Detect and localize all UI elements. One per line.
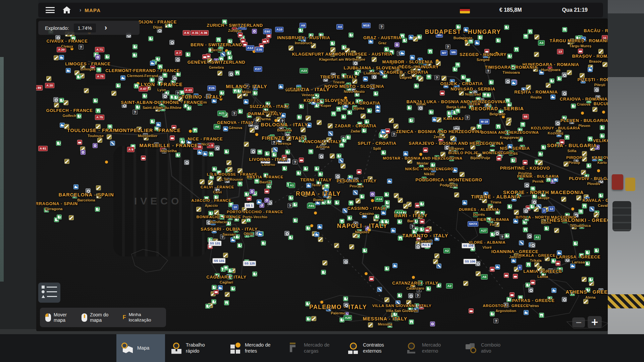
city-label[interactable]: BASTIA - FRANCEBastia [247, 174, 283, 184]
map-marker-red[interactable] [214, 289, 219, 294]
map-marker-garage[interactable] [523, 227, 528, 232]
map-marker-garage[interactable] [331, 111, 336, 116]
map-marker-fuel[interactable] [341, 114, 346, 119]
map-marker-fuel[interactable] [557, 76, 562, 81]
map-marker-fuel[interactable] [452, 67, 458, 72]
map-marker-fuel[interactable] [116, 83, 121, 88]
city-label[interactable]: PALERMO - ITALYPalermo [309, 304, 367, 315]
city-label[interactable]: TÂRGU MUREȘ - ROMANIATârgu Mureș [549, 38, 608, 48]
map-marker-red[interactable] [77, 140, 82, 145]
map-marker-service[interactable] [436, 117, 441, 122]
map-marker-fuel[interactable] [419, 227, 424, 232]
map-marker-garage[interactable] [578, 209, 583, 214]
map-marker-fuel[interactable] [285, 149, 290, 155]
map-marker-rest[interactable] [588, 67, 593, 72]
city-label[interactable]: GOLFECH - FRANCEGolfech [46, 107, 93, 118]
map-marker-fuel[interactable] [347, 110, 352, 115]
map-marker-rest[interactable] [244, 99, 249, 104]
map-marker-garage[interactable] [520, 122, 525, 127]
map-marker-bluetool[interactable] [342, 208, 347, 213]
map-marker-garage[interactable] [514, 47, 519, 52]
map-marker-photo[interactable] [228, 71, 233, 76]
world-map[interactable]: IVECO {"":""} [36, 18, 608, 331]
map-marker-garage[interactable] [565, 135, 570, 140]
map-marker-service[interactable] [594, 213, 599, 218]
map-marker-quest[interactable] [493, 318, 498, 323]
map-marker-fuel[interactable] [429, 110, 434, 115]
city-label[interactable]: MARSEILLE - FRANCEMarselha [139, 142, 198, 153]
city-label[interactable]: MONTPELLIER - FRANCEMontpellier [114, 127, 180, 138]
map-marker-rest[interactable] [551, 288, 556, 293]
map-marker-rest[interactable] [150, 61, 155, 66]
map-marker-rest[interactable] [73, 184, 78, 189]
map-marker-service[interactable] [244, 142, 249, 147]
city-label[interactable]: Bihać [416, 102, 426, 106]
map-marker-garage[interactable] [455, 108, 460, 113]
city-label[interactable]: PLOVDIV - BULGARIAPlovdiv [569, 175, 608, 186]
map-marker-garage[interactable] [505, 98, 510, 103]
map-marker-fuel[interactable] [541, 145, 546, 150]
city-label[interactable]: PITEȘTI - ROMANIAPitești [578, 76, 608, 87]
map-marker-photo[interactable] [251, 149, 256, 154]
map-marker-service[interactable] [361, 114, 366, 119]
map-marker-fuel[interactable] [504, 233, 509, 238]
map-marker-rest[interactable] [363, 76, 368, 81]
map-marker-service[interactable] [318, 237, 323, 242]
map-marker-dot[interactable] [105, 161, 108, 164]
city-label[interactable]: MESSINA - ITALYMessina [363, 316, 408, 326]
city-label[interactable]: SZEGED - HUNGARYSzeged [460, 51, 506, 62]
map-marker-fuel[interactable] [56, 141, 61, 146]
map-marker-fuel[interactable] [282, 166, 287, 171]
city-label[interactable]: FIRENZE - ITALYFlorença [262, 135, 305, 145]
map-marker-fuel[interactable] [381, 150, 386, 155]
city-label[interactable]: NIKŠIĆ - MONTENEGRONikšić [405, 166, 453, 176]
map-marker-red[interactable] [523, 160, 528, 165]
city-label[interactable]: ZAGREB - CROATIAZagreb [383, 69, 428, 79]
map-marker-service[interactable] [54, 103, 59, 108]
map-marker-fuel[interactable] [205, 304, 210, 309]
germany-flag-icon[interactable] [460, 7, 470, 13]
map-marker-service[interactable] [398, 198, 403, 203]
city-label[interactable]: BERN - SWITZERLANDBerna [191, 42, 242, 52]
map-marker-red[interactable] [264, 189, 269, 194]
city-label[interactable]: NOVI SAD - SERBIANovi Sad [450, 86, 495, 96]
city-label[interactable]: CALVI - FRANCECalvi [201, 184, 234, 194]
map-marker-fuel[interactable] [297, 115, 302, 120]
map-marker-service[interactable] [223, 253, 228, 258]
map-marker-garage[interactable] [523, 34, 528, 39]
city-label[interactable]: MOSTAR - BOSNIA AND HERZEGOVINAMostar [383, 155, 462, 165]
map-marker-red[interactable] [504, 273, 509, 278]
map-marker-service[interactable] [583, 299, 588, 304]
map-marker-garage[interactable] [308, 149, 313, 154]
city-label[interactable]: ARGOSTOLI - GREECEArgostolion [483, 302, 529, 313]
map-marker-fuel[interactable] [105, 54, 110, 59]
city-label[interactable]: BOLOGNA - ITALYBolonha [261, 122, 308, 132]
tab-external[interactable]: Mercado externo [401, 334, 460, 362]
map-marker-service[interactable] [46, 76, 51, 81]
map-marker-bluetool[interactable] [328, 131, 333, 136]
map-marker-rest[interactable] [387, 179, 392, 184]
map-marker-fuel[interactable] [525, 283, 530, 288]
map-marker-fuel[interactable] [343, 296, 348, 301]
city-label[interactable]: GENOVA - ITALYGênova [217, 119, 254, 130]
map-marker-service[interactable] [434, 253, 439, 258]
map-marker-garage[interactable] [409, 319, 414, 324]
map-marker-red[interactable] [299, 158, 304, 163]
map-marker-garage[interactable] [428, 49, 433, 54]
tab-freight[interactable]: Mercado de fretes [224, 334, 283, 362]
city-label[interactable]: PIRDOPPirdop [566, 154, 582, 165]
map-marker-fuel[interactable] [489, 80, 494, 85]
map-marker-purple[interactable] [95, 55, 100, 60]
map-marker-red[interactable] [530, 280, 535, 285]
map-marker-service[interactable] [393, 124, 398, 129]
map-marker-fuel[interactable] [506, 297, 512, 302]
map-marker-purple[interactable] [80, 150, 86, 155]
city-label[interactable]: SPLIT - CROATIASplit [358, 140, 396, 150]
map-marker-fuel[interactable] [419, 201, 424, 206]
map-marker-fuel[interactable] [306, 316, 311, 321]
map-marker-red[interactable] [357, 169, 362, 174]
tab-map[interactable]: Mapa [116, 334, 165, 362]
map-marker-service[interactable] [582, 277, 587, 282]
map-marker-fuel[interactable] [238, 109, 243, 114]
city-label[interactable]: CASSINO - ITALYCassino [347, 205, 386, 216]
